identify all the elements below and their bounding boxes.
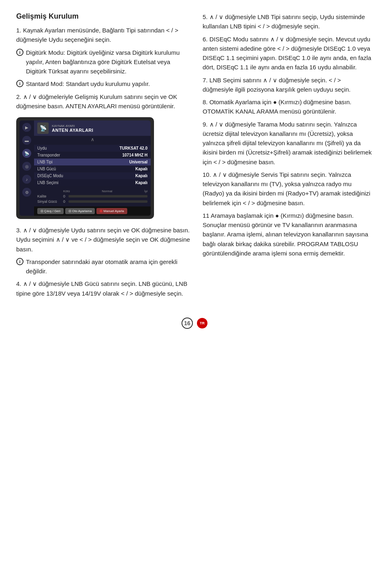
btn-circle-gray xyxy=(41,210,43,212)
info-icon-1: i xyxy=(16,49,24,56)
item-10-text: 10. ∧ / ∨ düğmesiyle Servis Tipi satırın… xyxy=(203,171,370,206)
info-icon-2: i xyxy=(16,80,24,87)
quality-label-kotu: Kötü xyxy=(63,189,70,193)
tv-header-icon: 📡 xyxy=(37,122,49,134)
tv-footer: Çıkış / Geri Oto Ayarlama Manuel Ayarla xyxy=(34,206,151,216)
tv-screen: ▶ ▬ 📡 ◎ ♪ ⚙ 📡 KAYNAK AYARI xyxy=(16,117,154,219)
item-8-text: 8. Otomatik Ayarlama için ● (Kırmızı) dü… xyxy=(203,99,351,115)
item-1: 1. Kaynak Ayarları menüsünde, Bağlantı T… xyxy=(16,26,190,45)
tv-btn-exit[interactable]: Çıkış / Geri xyxy=(37,208,64,214)
menu-value-uydu: TURKSAT 42.0 xyxy=(120,146,147,150)
quality-value-sinyal: 0 xyxy=(63,200,65,204)
table-row: DISEqC Modu Kapalı xyxy=(34,172,151,179)
item-8: 8. Otomatik Ayarlama için ● (Kırmızı) dü… xyxy=(203,97,373,116)
menu-label-transponder: Transponder xyxy=(37,153,60,157)
tv-sidebar: ▶ ▬ 📡 ◎ ♪ ⚙ xyxy=(19,120,34,216)
table-row: LNB Seçimi Kapalı xyxy=(34,179,151,186)
quality-bar-sinyal-bg xyxy=(68,200,147,203)
menu-value-diseqc: Kapalı xyxy=(135,174,147,178)
item-2-text: 2. ∧ / ∨ düğmeleriyle Gelişmiş Kurulum s… xyxy=(16,93,177,109)
quality-row-sinyal: Sinyal Gücü 0 xyxy=(37,200,147,204)
item-1-text: 1. Kaynak Ayarları menüsünde, Bağlantı T… xyxy=(16,27,178,43)
item-4: 4. ∧ / ∨ düğmesiyle LNB Gücü satırını se… xyxy=(16,279,190,298)
tv-source-label: KAYNAK AYARI xyxy=(52,124,93,128)
tv-btn-auto[interactable]: Oto Ayarlama xyxy=(65,208,95,214)
menu-label-uydu: Uydu xyxy=(37,146,47,150)
tv-btn-manual[interactable]: Manuel Ayarla xyxy=(96,208,127,214)
menu-label-lnb-tipi: LNB Tipi xyxy=(37,160,53,164)
item-10: 10. ∧ / ∨ düğmesiyle Servis Tipi satırın… xyxy=(203,170,373,208)
btn-exit-label: Çıkış / Geri xyxy=(44,209,60,213)
quality-label-sinyal: Sinyal Gücü xyxy=(37,200,62,204)
page-footer: 16 TR xyxy=(16,318,373,329)
page-number: 16 xyxy=(182,318,193,329)
item-11: 11 Aramaya başlamak için ● (Kırmızı) düğ… xyxy=(203,211,373,258)
info-text-1: Digitürk Modu: Digitürk üyeliğiniz varsa… xyxy=(26,48,190,76)
info-block-1: i Digitürk Modu: Digitürk üyeliğiniz var… xyxy=(16,48,190,76)
table-row: Transponder 10714 MHZ H xyxy=(34,152,151,159)
quality-label-row: Kötü Normal İyi xyxy=(37,189,147,193)
right-column: 5. ∧ / ∨ düğmesiyle LNB Tipi satırını se… xyxy=(203,12,373,301)
tv-screen-title: ANTEN AYARLARI xyxy=(52,128,93,133)
sidebar-antenna-icon: 📡 xyxy=(22,149,31,158)
sidebar-settings-icon: ⚙ xyxy=(22,188,31,197)
menu-label-diseqc: DISEqC Modu xyxy=(37,174,63,178)
left-column: Gelişmiş Kurulum 1. Kaynak Ayarları menü… xyxy=(16,12,190,301)
menu-value-lnb-secimi: Kapalı xyxy=(135,180,147,185)
flag-label: TR xyxy=(197,318,207,328)
tv-content: 📡 KAYNAK AYARI ANTEN AYARLARI ∧ xyxy=(34,120,151,216)
tv-header-text: KAYNAK AYARI ANTEN AYARLARI xyxy=(52,124,93,133)
menu-value-transponder: 10714 MHZ H xyxy=(122,153,147,157)
item-9-text: 9. ∧ / ∨ düğmesiyle Tarama Modu satırını… xyxy=(203,121,372,165)
up-arrow-icon: ∧ xyxy=(91,137,94,142)
btn-auto-label: Oto Ayarlama xyxy=(72,209,92,213)
tv-sidebar-wrapper: ▶ ▬ 📡 ◎ ♪ ⚙ 📡 KAYNAK AYARI xyxy=(19,120,151,216)
btn-circle-gray2 xyxy=(68,210,71,212)
tv-header: 📡 KAYNAK AYARI ANTEN AYARLARI xyxy=(34,120,151,136)
info-text-2: Stantard Mod: Standart uydu kurulumu yap… xyxy=(26,79,190,88)
sidebar-rect-icon: ▬ xyxy=(22,136,31,145)
info-block-2: i Stantard Mod: Standart uydu kurulumu y… xyxy=(16,79,190,88)
item-7-text: 7. LNB Seçimi satırını ∧ / ∨ düğmesiyle … xyxy=(203,77,351,93)
quality-value-kalite: 0 xyxy=(63,194,65,198)
page-heading: Gelişmiş Kurulum xyxy=(16,12,190,21)
info-text-3: Transponder satırındaki ayar otomatik ar… xyxy=(26,257,190,276)
item-6: 6. DISEqC Modu satırını ∧ / ∨ düğmesiyle… xyxy=(203,34,373,72)
tv-quality: Kötü Normal İyi Kalite 0 xyxy=(34,188,151,206)
table-row: LNB Gücü Kapalı xyxy=(34,165,151,172)
menu-label-lnb-gucu: LNB Gücü xyxy=(37,167,56,171)
tv-menu: Uydu TURKSAT 42.0 Transponder 10714 MHZ … xyxy=(34,143,151,188)
menu-label-lnb-secimi: LNB Seçimi xyxy=(37,180,58,185)
item-5: 5. ∧ / ∨ düğmesiyle LNB Tipi satırını se… xyxy=(203,12,373,31)
tv-inner: ▶ ▬ 📡 ◎ ♪ ⚙ 📡 KAYNAK AYARI xyxy=(19,120,151,216)
btn-circle-red xyxy=(100,210,103,212)
sidebar-camera-icon: ◎ xyxy=(22,162,31,171)
page-layout: Gelişmiş Kurulum 1. Kaynak Ayarları menü… xyxy=(16,12,373,301)
item-9: 9. ∧ / ∨ düğmesiyle Tarama Modu satırını… xyxy=(203,120,373,167)
quality-label-kalite: Kalite xyxy=(37,194,62,198)
item-2: 2. ∧ / ∨ düğmeleriyle Gelişmiş Kurulum s… xyxy=(16,92,190,111)
quality-row-kalite: Kalite 0 xyxy=(37,194,147,198)
quality-label-iyi: İyi xyxy=(144,189,147,193)
menu-value-lnb-tipi: Universal xyxy=(129,160,147,164)
sidebar-music-icon: ♪ xyxy=(22,175,31,184)
info-block-3: i Transponder satırındaki ayar otomatik … xyxy=(16,257,190,276)
item-3-text: 3. ∧ / ∨ düğmesiyle Uydu satırını seçin … xyxy=(16,227,190,253)
item-11-text: 11 Aramaya başlamak için ● (Kırmızı) düğ… xyxy=(203,212,368,257)
menu-value-lnb-gucu: Kapalı xyxy=(135,167,147,171)
table-row: Uydu TURKSAT 42.0 xyxy=(34,145,151,152)
item-5-text: 5. ∧ / ∨ düğmesiyle LNB Tipi satırını se… xyxy=(203,13,365,30)
tv-arrow-up: ∧ xyxy=(34,136,151,143)
item-7: 7. LNB Seçimi satırını ∧ / ∨ düğmesiyle … xyxy=(203,75,373,94)
btn-manual-label: Manuel Ayarla xyxy=(103,209,124,213)
quality-bar-kalite-bg xyxy=(68,195,147,197)
table-row-selected: LNB Tipi Universal xyxy=(34,159,151,165)
quality-label-normal: Normal xyxy=(102,189,112,193)
item-4-text: 4. ∧ / ∨ düğmesiyle LNB Gücü satırını se… xyxy=(16,280,187,296)
item-3: 3. ∧ / ∨ düğmesiyle Uydu satırını seçin … xyxy=(16,225,190,254)
info-icon-3: i xyxy=(16,258,24,265)
sidebar-play-icon: ▶ xyxy=(22,123,31,132)
item-6-text: 6. DISEqC Modu satırını ∧ / ∨ düğmesiyle… xyxy=(203,36,371,71)
